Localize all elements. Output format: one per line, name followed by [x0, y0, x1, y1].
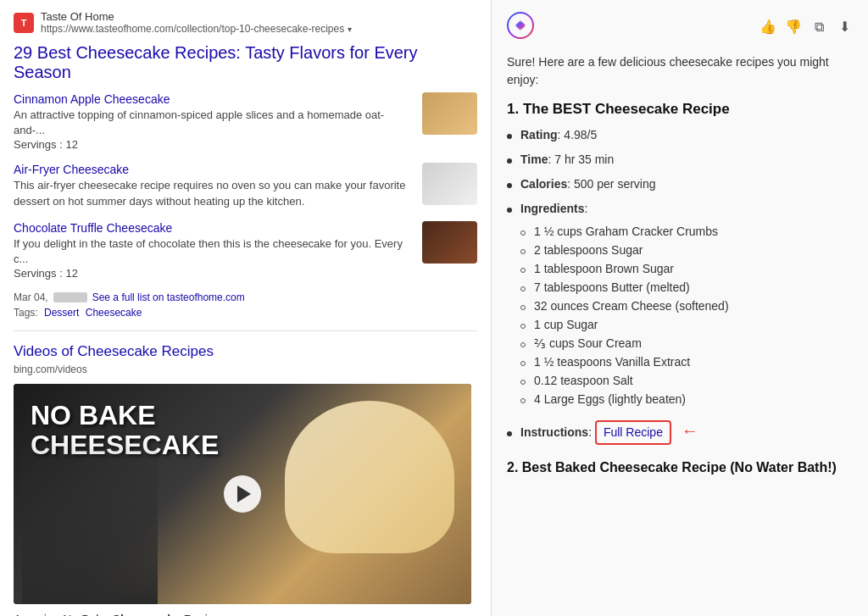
recipe-thumb-2: [422, 163, 477, 205]
ingredients-dot: [507, 208, 512, 213]
copilot-logo: [507, 12, 534, 42]
ingredient-circle: [520, 268, 526, 273]
recipe-desc-3: If you delight in the taste of chocolate…: [14, 236, 414, 267]
time-value: 7 hr 35 min: [554, 153, 614, 166]
ingredient-item: 2 tablespoons Sugar: [520, 243, 853, 257]
ingredient-list: 1 ½ cups Graham Cracker Crumbs2 tablespo…: [520, 225, 853, 411]
recipe2-title: 2. Best Baked Cheesecake Recipe (No Wate…: [507, 460, 853, 475]
left-panel: T Taste Of Home https://www.tasteofhome.…: [0, 0, 492, 616]
ingredient-item: 7 tablespoons Butter (melted): [520, 280, 853, 294]
rating-value: 4.98/5: [564, 128, 597, 142]
ingredient-text: 1 ½ cups Graham Cracker Crumbs: [534, 225, 718, 238]
video-overlay-line1: NO BAKE: [31, 400, 156, 430]
thumbdown-icon[interactable]: 👎: [785, 19, 802, 36]
calories-item: Calories: 500 per serving: [507, 175, 853, 193]
download-icon[interactable]: ⬇: [836, 19, 853, 36]
calories-label: Calories: [520, 177, 567, 191]
tags-label: Tags:: [14, 307, 38, 319]
tags-line: Tags: Dessert Cheesecake: [14, 307, 477, 319]
ingredient-text: 7 tablespoons Butter (melted): [534, 280, 690, 294]
divider: [14, 330, 477, 331]
ingredient-circle: [520, 230, 526, 236]
ingredient-circle: [520, 324, 526, 329]
source-url-text: https://www.tasteofhome.com/collection/t…: [41, 23, 344, 35]
ingredient-text: 1 ½ teaspoons Vanilla Extract: [534, 355, 690, 369]
ingredients-header: Ingredients:: [507, 200, 853, 218]
rating-label: Rating: [520, 128, 558, 142]
rating-dot: [507, 134, 512, 139]
ingredient-item: 1 tablespoon Brown Sugar: [520, 262, 853, 275]
recipe-thumb-3: [422, 221, 477, 264]
recipe-text-3: Chocolate Truffle Cheesecake If you deli…: [14, 221, 414, 280]
play-icon: [237, 486, 251, 502]
copy-icon[interactable]: ⧉: [810, 19, 827, 36]
ingredient-circle: [520, 286, 526, 291]
recipe-desc-1: An attractive topping of cinnamon-spiced…: [14, 108, 414, 138]
recipe-text-2: Air-Fryer Cheesecake This air-fryer chee…: [14, 163, 414, 208]
header-actions: 👍 👎 ⧉ ⬇: [760, 19, 853, 36]
ingredient-item: 0.12 teaspoon Salt: [520, 374, 853, 387]
calories-value: 500 per serving: [574, 177, 656, 191]
right-header: 👍 👎 ⧉ ⬇: [507, 12, 853, 42]
ingredient-item: 32 ounces Cream Cheese (softened): [520, 299, 853, 313]
instructions-label: Instructions: [520, 425, 588, 439]
ingredient-item: 1 ½ cups Graham Cracker Crumbs: [520, 225, 853, 238]
instructions-link[interactable]: Full Recipe: [604, 424, 663, 441]
ingredient-circle: [520, 342, 526, 347]
recipe-text-1: Cinnamon Apple Cheesecake An attractive …: [14, 92, 414, 151]
recipe-servings-1: Servings : 12: [14, 138, 414, 151]
video-title-plain: Amazing No Bake: [14, 613, 108, 616]
recipe1-title: 1. The BEST Cheesecake Recipe: [507, 101, 853, 118]
recipe-link-3[interactable]: Chocolate Truffle Cheesecake: [14, 221, 414, 235]
ingredient-item: 1 ½ teaspoons Vanilla Extract: [520, 355, 853, 369]
thumbup-icon[interactable]: 👍: [760, 19, 776, 36]
calories-dot: [507, 183, 512, 188]
source-info: Taste Of Home https://www.tasteofhome.co…: [41, 10, 352, 35]
meta-link[interactable]: See a full list on tasteofhome.com: [92, 291, 245, 303]
ingredient-text: ⅔ cups Sour Cream: [534, 336, 642, 350]
ingredient-circle: [520, 380, 526, 385]
time-dot: [507, 158, 512, 164]
recipe-thumb-1: [422, 92, 477, 135]
recipe-desc-2: This air-fryer cheesecake recipe require…: [14, 178, 414, 208]
instructions-dot: [507, 431, 512, 436]
recipe-item-3: Chocolate Truffle Cheesecake If you deli…: [14, 221, 477, 280]
ingredient-text: 2 tablespoons Sugar: [534, 243, 643, 257]
main-search-title[interactable]: 29 Best Cheesecake Recipes: Tasty Flavor…: [14, 43, 477, 82]
time-item: Time: 7 hr 35 min: [507, 151, 853, 169]
ingredient-text: 1 cup Sugar: [534, 318, 598, 331]
video-info: Amazing No Bake Cheesecake Recipe 1M vie…: [14, 613, 477, 616]
tag-dessert[interactable]: Dessert: [44, 307, 79, 319]
source-url[interactable]: https://www.tasteofhome.com/collection/t…: [41, 23, 352, 35]
recipe-servings-3: Servings : 12: [14, 267, 414, 280]
right-panel: 👍 👎 ⧉ ⬇ Sure! Here are a few delicious c…: [492, 0, 868, 616]
time-label: Time: [520, 153, 548, 166]
video-person: [22, 435, 158, 604]
intro-text: Sure! Here are a few delicious cheesecak…: [507, 53, 853, 89]
ingredient-circle: [520, 249, 526, 254]
ingredient-text: 1 tablespoon Brown Sugar: [534, 262, 674, 275]
video-title: Amazing No Bake Cheesecake Recipe: [14, 613, 477, 616]
ingredient-item: 4 Large Eggs (lightly beaten): [520, 392, 853, 406]
recipe-item-2: Air-Fryer Cheesecake This air-fryer chee…: [14, 163, 477, 208]
rating-item: Rating: 4.98/5: [507, 126, 853, 144]
recipe-link-1[interactable]: Cinnamon Apple Cheesecake: [14, 92, 414, 106]
recipe-link-2[interactable]: Air-Fryer Cheesecake: [14, 163, 414, 176]
ingredient-text: 4 Large Eggs (lightly beaten): [534, 392, 686, 406]
meta-blur: [53, 292, 87, 302]
ingredient-circle: [520, 361, 526, 366]
ingredient-text: 32 ounces Cream Cheese (softened): [534, 299, 729, 313]
ingredient-item: 1 cup Sugar: [520, 318, 853, 331]
video-title-end: Recipe: [184, 613, 221, 616]
source-name: Taste Of Home: [41, 10, 352, 23]
tag-cheesecake[interactable]: Cheesecake: [86, 307, 142, 319]
source-bar: T Taste Of Home https://www.tasteofhome.…: [14, 10, 477, 35]
video-container[interactable]: NO BAKE CHEESECAKE: [14, 384, 471, 604]
red-arrow-icon: ←: [682, 421, 698, 440]
recipe-item-1: Cinnamon Apple Cheesecake An attractive …: [14, 92, 477, 151]
videos-section-title[interactable]: Videos of Cheesecake Recipes: [14, 343, 477, 360]
play-button[interactable]: [224, 475, 261, 513]
meta-line: Mar 04, See a full list on tasteofhome.c…: [14, 291, 477, 303]
ingredient-item: ⅔ cups Sour Cream: [520, 336, 853, 350]
source-dropdown[interactable]: ▾: [348, 25, 352, 34]
